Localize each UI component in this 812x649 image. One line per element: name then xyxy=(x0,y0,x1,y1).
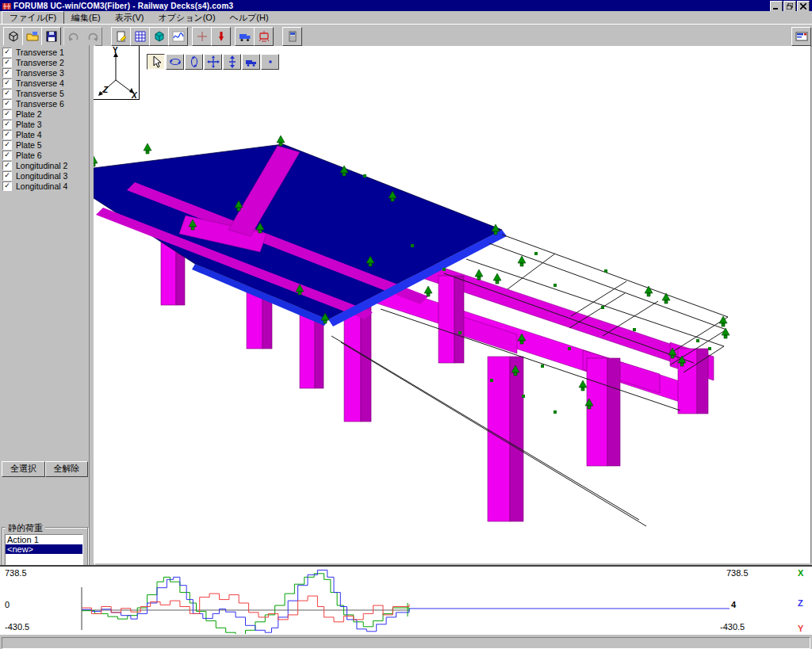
layer-checkbox[interactable]: ✓ xyxy=(2,99,12,109)
truck-button[interactable] xyxy=(235,27,255,46)
layer-checkbox[interactable]: ✓ xyxy=(2,120,12,129)
layer-row: ✓Transverse 5 xyxy=(2,89,64,98)
nav-rotate-horizontal-button[interactable] xyxy=(166,54,184,70)
layer-checkbox[interactable]: ✓ xyxy=(2,171,12,181)
menu-3[interactable]: 表示(V) xyxy=(108,12,151,24)
layer-label: Transverse 6 xyxy=(16,99,64,109)
nav-zoom-vertical-button[interactable] xyxy=(223,54,241,70)
save-floppy-button[interactable] xyxy=(41,27,61,46)
layer-row: ✓Transverse 4 xyxy=(2,78,64,88)
layer-row: ✓Longitudinal 2 xyxy=(2,161,67,170)
layer-checkbox[interactable]: ✓ xyxy=(2,109,12,119)
layer-row: ✓Plate 5 xyxy=(2,140,42,150)
layer-checkbox[interactable]: ✓ xyxy=(2,68,12,78)
layer-label: Transverse 4 xyxy=(16,78,64,88)
nav-drive-button[interactable] xyxy=(242,54,260,70)
menu-1[interactable]: ファイル(F) xyxy=(2,11,64,25)
layer-row: ✓Longitudinal 4 xyxy=(2,181,67,191)
layer-label: Plate 5 xyxy=(16,140,42,150)
nav-pan-button[interactable] xyxy=(204,54,222,70)
axis-z-label: Z xyxy=(102,86,109,94)
layer-checkbox[interactable]: ✓ xyxy=(2,181,12,191)
layer-checkbox[interactable]: ✓ xyxy=(2,89,12,98)
layer-checkbox[interactable]: ✓ xyxy=(2,161,12,170)
axis-y-label: Y xyxy=(113,46,118,55)
layer-row: ✓Plate 2 xyxy=(2,109,42,119)
static-load-title: 静的荷重 xyxy=(6,522,45,534)
layer-checkbox[interactable]: ✓ xyxy=(2,58,12,67)
title-bar: FORUM8 UC-win/COM3(Fiber) - Railway Deck… xyxy=(0,0,812,11)
layer-row: ✓Plate 6 xyxy=(2,151,42,160)
window-button[interactable] xyxy=(791,27,811,46)
nav-rotate-vertical-button[interactable] xyxy=(185,54,203,70)
view-nav-toolbar xyxy=(147,54,279,70)
notepad-button[interactable] xyxy=(111,27,131,46)
yzero-label-left: 0 xyxy=(5,600,10,609)
layer-row: ✓Transverse 1 xyxy=(2,48,64,57)
minimize-button[interactable] xyxy=(770,1,783,12)
layer-checkbox[interactable]: ✓ xyxy=(2,48,12,57)
grid-button[interactable] xyxy=(130,27,150,46)
app-icon xyxy=(2,2,11,10)
layer-row: ✓Longitudinal 3 xyxy=(2,171,67,181)
restore-button[interactable] xyxy=(783,1,796,12)
layer-label: Plate 3 xyxy=(16,120,42,129)
status-bar xyxy=(0,634,812,649)
load-history-chart: 738.5 0 -430.5 738.5 4 -430.5 X Z Y xyxy=(0,565,812,634)
layer-checkbox[interactable]: ✓ xyxy=(2,151,12,160)
axis-triad: Y X Z xyxy=(94,46,140,100)
nav-point-button[interactable] xyxy=(261,54,279,70)
status-panel xyxy=(2,637,810,649)
layer-row: ✓Transverse 2 xyxy=(2,58,64,67)
static-load-item[interactable]: <new> xyxy=(6,544,82,554)
layer-row: ✓Transverse 3 xyxy=(2,68,64,78)
menu-bar: ファイル(F)編集(E)表示(V)オプション(O)ヘルプ(H) xyxy=(0,11,812,24)
wire-cube-button[interactable] xyxy=(3,27,23,46)
window-title: FORUM8 UC-win/COM3(Fiber) - Railway Deck… xyxy=(13,2,233,10)
close-button[interactable] xyxy=(797,1,810,12)
wave-series-Z xyxy=(82,570,409,632)
pin-button[interactable] xyxy=(211,27,231,46)
layer-checkbox[interactable]: ✓ xyxy=(2,130,12,139)
legend-z: Z xyxy=(798,598,803,608)
progress-step-label: 4 xyxy=(731,600,736,609)
select-all-button[interactable]: 全選択 xyxy=(2,461,45,477)
layer-row: ✓Plate 4 xyxy=(2,130,42,139)
model-viewport[interactable]: Y X Z xyxy=(94,46,811,563)
layer-checkbox[interactable]: ✓ xyxy=(2,140,12,150)
menu-2[interactable]: 編集(E) xyxy=(64,12,108,24)
layer-label: Transverse 5 xyxy=(16,89,64,98)
ymax-label-right: 738.5 xyxy=(726,568,749,578)
train-button[interactable] xyxy=(254,27,274,46)
open-folder-button[interactable] xyxy=(22,27,42,46)
menu-5[interactable]: ヘルプ(H) xyxy=(223,12,276,24)
layer-label: Transverse 1 xyxy=(16,48,64,57)
layer-panel: ✓Transverse 1✓Transverse 2✓Transverse 3✓… xyxy=(0,45,89,565)
layer-label: Longitudinal 4 xyxy=(16,181,67,191)
deselect-all-button[interactable]: 全解除 xyxy=(45,461,88,477)
legend-x: X xyxy=(798,568,803,578)
legend-y: Y xyxy=(798,624,803,633)
calculator-button[interactable] xyxy=(282,27,302,46)
crosshair-button[interactable] xyxy=(192,27,212,46)
nav-pointer-button[interactable] xyxy=(147,54,165,70)
layer-checkbox[interactable]: ✓ xyxy=(2,78,12,88)
ymin-label-right: -430.5 xyxy=(720,622,745,632)
solid-cube-button[interactable] xyxy=(149,27,169,46)
layer-label: Plate 6 xyxy=(16,151,42,160)
application-window: FORUM8 UC-win/COM3(Fiber) - Railway Deck… xyxy=(0,0,812,649)
menu-4[interactable]: オプション(O) xyxy=(151,12,222,24)
static-load-item[interactable]: Action 1 xyxy=(6,535,82,544)
layer-label: Transverse 3 xyxy=(16,68,64,78)
undo-button[interactable] xyxy=(63,27,83,46)
layer-label: Plate 4 xyxy=(16,130,42,139)
layer-row: ✓Transverse 6 xyxy=(2,99,64,109)
layer-label: Longitudinal 3 xyxy=(16,171,67,181)
curve-button[interactable] xyxy=(168,27,188,46)
layer-row: ✓Plate 3 xyxy=(2,120,42,129)
redo-button[interactable] xyxy=(82,27,102,46)
ymin-label-left: -430.5 xyxy=(5,622,29,632)
layer-label: Longitudinal 2 xyxy=(16,161,67,170)
layer-label: Transverse 2 xyxy=(16,58,64,67)
main-toolbar xyxy=(0,24,812,47)
